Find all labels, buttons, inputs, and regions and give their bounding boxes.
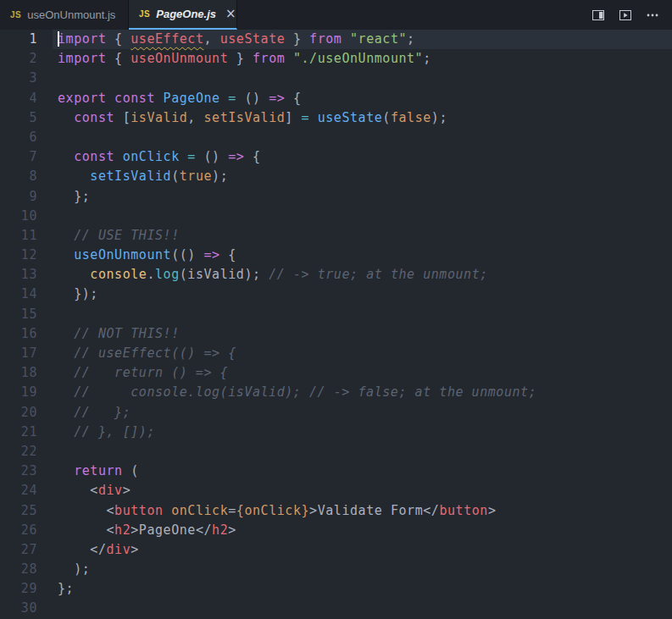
code-line-text[interactable]: const onClick = () => { <box>53 147 672 167</box>
code-line-text[interactable] <box>53 128 672 147</box>
code-line[interactable]: 1import { useEffect, useState } from "re… <box>0 30 672 49</box>
line-number[interactable]: 2 <box>0 49 53 69</box>
line-number[interactable]: 21 <box>0 423 53 442</box>
more-actions-button[interactable] <box>643 6 662 25</box>
code-line[interactable]: 20 // }; <box>0 403 672 423</box>
line-number[interactable]: 7 <box>0 147 53 167</box>
line-number[interactable]: 30 <box>0 599 53 618</box>
code-line[interactable]: 22 <box>0 442 672 461</box>
line-number[interactable]: 25 <box>0 501 53 521</box>
code-line[interactable]: 15 <box>0 305 672 324</box>
line-number[interactable]: 23 <box>0 461 53 481</box>
line-number[interactable]: 5 <box>0 108 53 128</box>
code-line-text[interactable]: ); <box>53 560 672 579</box>
line-number[interactable]: 10 <box>0 207 53 226</box>
line-number[interactable]: 9 <box>0 187 53 207</box>
code-line[interactable]: 11 // USE THIS!! <box>0 226 672 246</box>
line-number[interactable]: 28 <box>0 560 53 579</box>
code-line[interactable]: 8 setIsValid(true); <box>0 167 672 186</box>
code-line[interactable]: 19 // console.log(isValid); // -> false;… <box>0 383 672 402</box>
code-line[interactable]: 12 useOnUnmount(() => { <box>0 246 672 265</box>
code-line[interactable]: 5 const [isValid, setIsValid] = useState… <box>0 108 672 128</box>
code-line[interactable]: 10 <box>0 207 672 226</box>
line-number[interactable]: 12 <box>0 246 53 265</box>
code-line-text[interactable]: return ( <box>53 461 672 481</box>
line-number[interactable]: 18 <box>0 363 53 383</box>
tab-useonunmount[interactable]: JS useOnUnmount.js <box>0 0 129 30</box>
code-line[interactable]: 30 <box>0 599 672 618</box>
line-number[interactable]: 6 <box>0 128 53 147</box>
line-number[interactable]: 13 <box>0 265 53 285</box>
close-tab-icon[interactable]: × <box>225 8 236 20</box>
code-line[interactable]: 13 console.log(isValid); // -> true; at … <box>0 265 672 285</box>
code-line-text[interactable] <box>53 599 672 618</box>
code-line-text[interactable]: // return () => { <box>53 363 672 383</box>
line-number[interactable]: 11 <box>0 226 53 246</box>
code-line-text[interactable]: // }, []); <box>53 423 672 442</box>
code-line[interactable]: 25 <button onClick={onClick}>Validate Fo… <box>0 501 672 521</box>
code-line[interactable]: 3 <box>0 69 672 88</box>
code-line[interactable]: 29}; <box>0 579 672 599</box>
code-line[interactable]: 24 <div> <box>0 481 672 500</box>
code-line-text[interactable]: // useEffect(() => { <box>53 344 672 363</box>
code-line[interactable]: 6 <box>0 128 672 147</box>
code-line-text[interactable]: // }; <box>53 403 672 423</box>
line-number[interactable]: 29 <box>0 579 53 599</box>
code-line-text[interactable]: }; <box>53 187 672 207</box>
code-line-text[interactable] <box>53 305 672 324</box>
code-line-text[interactable] <box>53 69 672 88</box>
line-number[interactable]: 17 <box>0 344 53 363</box>
code-line[interactable]: 16 // NOT THIS!! <box>0 324 672 344</box>
code-token: }; <box>58 189 90 204</box>
line-number[interactable]: 4 <box>0 89 53 108</box>
line-number[interactable]: 20 <box>0 403 53 423</box>
code-token: useOnUnmount <box>131 51 228 66</box>
tab-pageone[interactable]: JS PageOne.js × <box>129 0 237 30</box>
code-line[interactable]: 9 }; <box>0 187 672 207</box>
code-line-text[interactable]: console.log(isValid); // -> true; at the… <box>53 265 672 285</box>
code-line-text[interactable]: // console.log(isValid); // -> false; at… <box>53 383 672 402</box>
code-line-text[interactable]: }); <box>53 285 672 304</box>
code-line-text[interactable]: }; <box>53 579 672 599</box>
code-line-text[interactable] <box>53 207 672 226</box>
split-editor-button[interactable] <box>589 6 608 25</box>
code-line-text[interactable]: import { useEffect, useState } from "rea… <box>53 30 672 49</box>
code-line[interactable]: 17 // useEffect(() => { <box>0 344 672 363</box>
code-line-text[interactable]: setIsValid(true); <box>53 167 672 186</box>
line-number[interactable]: 19 <box>0 383 53 402</box>
code-line[interactable]: 7 const onClick = () => { <box>0 147 672 167</box>
code-line-text[interactable]: <button onClick={onClick}>Validate Form<… <box>53 501 672 521</box>
code-line-text[interactable]: useOnUnmount(() => { <box>53 246 672 265</box>
line-number[interactable]: 27 <box>0 540 53 560</box>
code-line[interactable]: 28 ); <box>0 560 672 579</box>
code-line[interactable]: 23 return ( <box>0 461 672 481</box>
code-line-text[interactable]: <div> <box>53 481 672 500</box>
code-line[interactable]: 21 // }, []); <box>0 423 672 442</box>
line-number[interactable]: 3 <box>0 69 53 88</box>
code-line[interactable]: 14 }); <box>0 285 672 304</box>
code-editor[interactable]: 1import { useEffect, useState } from "re… <box>0 30 672 619</box>
code-line-text[interactable]: // USE THIS!! <box>53 226 672 246</box>
line-number[interactable]: 26 <box>0 521 53 540</box>
code-line-text[interactable]: <h2>PageOne</h2> <box>53 521 672 540</box>
run-code-button[interactable] <box>616 6 635 25</box>
code-line-text[interactable]: const [isValid, setIsValid] = useState(f… <box>53 108 672 128</box>
line-number[interactable]: 1 <box>0 30 53 49</box>
code-line[interactable]: 18 // return () => { <box>0 363 672 383</box>
line-number[interactable]: 16 <box>0 324 53 344</box>
line-number[interactable]: 14 <box>0 285 53 304</box>
line-number[interactable]: 22 <box>0 442 53 461</box>
line-number[interactable]: 15 <box>0 305 53 324</box>
line-number[interactable]: 8 <box>0 167 53 186</box>
code-line[interactable]: 27 </div> <box>0 540 672 560</box>
line-number[interactable]: 24 <box>0 481 53 500</box>
code-line-text[interactable]: // NOT THIS!! <box>53 324 672 344</box>
code-token: = <box>228 503 236 518</box>
code-line[interactable]: 4export const PageOne = () => { <box>0 89 672 108</box>
code-line[interactable]: 2import { useOnUnmount } from "./useOnUn… <box>0 49 672 69</box>
code-line-text[interactable]: import { useOnUnmount } from "./useOnUnm… <box>53 49 672 69</box>
code-line-text[interactable]: </div> <box>53 540 672 560</box>
code-line-text[interactable] <box>53 442 672 461</box>
code-line[interactable]: 26 <h2>PageOne</h2> <box>0 521 672 540</box>
code-line-text[interactable]: export const PageOne = () => { <box>53 89 672 108</box>
